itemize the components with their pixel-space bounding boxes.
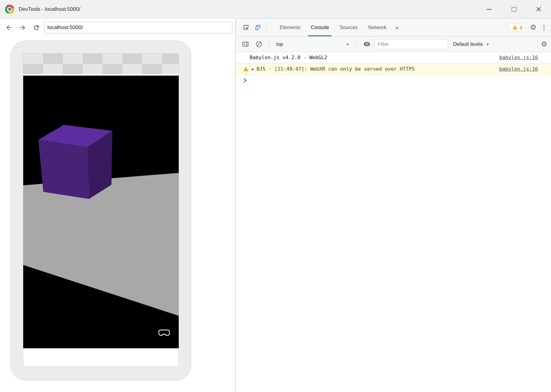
url-input[interactable] xyxy=(44,22,232,33)
tab-elements[interactable]: Elements xyxy=(274,19,306,36)
checkerboard-strip xyxy=(23,54,179,74)
message-source-link[interactable]: babylon.js:16 xyxy=(492,66,538,72)
webgl-scene[interactable] xyxy=(23,76,179,348)
sidebar-panel-icon xyxy=(242,41,249,48)
reload-icon xyxy=(33,24,40,31)
message-text: BJS - [21:49:47]: WebXR can only be serv… xyxy=(256,66,415,72)
chevrons-right-icon: » xyxy=(396,24,399,31)
tab-sources[interactable]: Sources xyxy=(334,19,363,36)
toolbar-right-cluster: 1 ⚙ ⋮ xyxy=(509,19,547,36)
context-label: top xyxy=(276,42,283,47)
device-emulation-pane xyxy=(0,19,236,392)
maximize-button[interactable] xyxy=(501,0,526,18)
page-viewport xyxy=(0,37,235,392)
window-title: DevTools - localhost:5000/ xyxy=(19,6,80,12)
device-toolbar-toggle[interactable] xyxy=(252,22,264,33)
chevron-down-icon: ▼ xyxy=(486,42,489,46)
console-filter-input[interactable] xyxy=(374,39,448,49)
inspect-element-button[interactable] xyxy=(240,22,252,33)
eye-icon xyxy=(363,41,370,48)
console-settings-button[interactable]: ⚙ xyxy=(541,41,547,48)
minimize-icon xyxy=(487,9,492,10)
issues-warning-badge[interactable]: 1 xyxy=(509,23,526,32)
window-controls xyxy=(477,0,551,18)
enter-vr-button[interactable] xyxy=(158,329,170,337)
message-text: Babylon.js v4.2.0 - WebGL2 xyxy=(250,55,327,60)
main-split: Elements Console Sources Network » 1 ⚙ ⋮ xyxy=(0,19,551,392)
console-message-warning: ▶ BJS - [21:49:47]: WebXR can only be se… xyxy=(236,63,551,75)
close-button[interactable] xyxy=(526,0,551,18)
back-button[interactable] xyxy=(3,22,15,33)
message-source-link[interactable]: babylon.js:16 xyxy=(492,55,538,60)
settings-gear-button[interactable]: ⚙ xyxy=(530,24,536,31)
warning-triangle-icon xyxy=(243,66,249,72)
console-prompt[interactable] xyxy=(236,75,551,83)
gear-icon: ⚙ xyxy=(530,23,536,31)
warning-count: 1 xyxy=(520,25,522,30)
forward-arrow-icon xyxy=(19,24,26,31)
device-frame xyxy=(11,41,191,381)
log-levels-dropdown[interactable]: Default levels ▼ xyxy=(450,42,492,47)
eye-watch-button[interactable] xyxy=(361,38,373,50)
vertical-separator xyxy=(269,40,269,48)
tab-network[interactable]: Network xyxy=(363,19,392,36)
devtools-window: DevTools - localhost:5000/ xyxy=(0,0,551,392)
prompt-chevron-icon xyxy=(243,78,248,83)
tab-label: Sources xyxy=(339,25,358,30)
back-arrow-icon xyxy=(5,24,13,31)
reload-button[interactable] xyxy=(30,22,42,33)
clear-console-button[interactable] xyxy=(253,38,265,50)
cube-front-face xyxy=(38,140,89,199)
tab-console[interactable]: Console xyxy=(306,19,335,36)
tab-label: Network xyxy=(368,25,387,30)
vertical-separator xyxy=(537,40,538,48)
minimize-button[interactable] xyxy=(477,0,501,18)
console-toolbar: top ▼ Default levels ▼ ⚙ xyxy=(236,37,551,52)
execution-context-selector[interactable]: top ▼ xyxy=(274,42,352,47)
console-sidebar-toggle[interactable] xyxy=(239,38,251,50)
maximize-icon xyxy=(512,7,516,11)
devtools-tab-strip: Elements Console Sources Network » xyxy=(274,19,402,36)
device-toolbar-icon xyxy=(254,24,261,31)
devtools-pane: Elements Console Sources Network » 1 ⚙ ⋮ xyxy=(236,19,551,392)
device-screen xyxy=(23,53,179,367)
expand-arrow-icon[interactable]: ▶ xyxy=(252,67,254,71)
tab-label: Console xyxy=(311,25,329,30)
levels-label: Default levels xyxy=(453,42,483,47)
vertical-separator xyxy=(356,40,356,48)
console-output: Babylon.js v4.2.0 - WebGL2 babylon.js:16… xyxy=(236,52,551,392)
title-bar: DevTools - localhost:5000/ xyxy=(0,0,551,19)
more-tabs-button[interactable]: » xyxy=(392,19,403,36)
devtools-toolbar: Elements Console Sources Network » 1 ⚙ ⋮ xyxy=(236,19,551,37)
gear-icon: ⚙ xyxy=(541,40,547,48)
console-message-info: Babylon.js v4.2.0 - WebGL2 babylon.js:16 xyxy=(236,52,551,63)
devtools-menu-button[interactable]: ⋮ xyxy=(541,24,547,31)
vr-goggles-icon xyxy=(158,329,170,337)
chevron-down-icon: ▼ xyxy=(346,42,349,46)
close-icon xyxy=(536,7,541,12)
kebab-icon: ⋮ xyxy=(541,24,547,31)
chrome-logo-icon xyxy=(5,5,14,14)
warning-triangle-icon xyxy=(512,25,518,30)
vertical-separator xyxy=(266,22,266,33)
forward-button[interactable] xyxy=(17,22,28,33)
block-icon xyxy=(256,41,262,48)
navigation-bar xyxy=(0,19,235,37)
tab-label: Elements xyxy=(280,25,300,30)
webgl-canvas[interactable] xyxy=(23,76,179,348)
inspect-cursor-icon xyxy=(243,24,250,31)
